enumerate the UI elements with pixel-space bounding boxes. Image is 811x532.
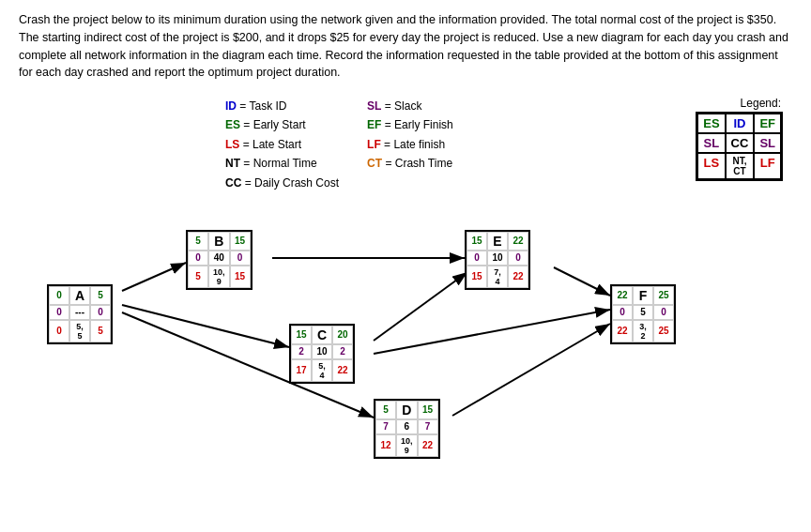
node-F: 22 F 25 0 5 0 22 3,2 25 <box>610 284 676 344</box>
svg-line-5 <box>374 272 467 341</box>
node-C: 15 C 20 2 10 2 17 5,4 22 <box>289 324 355 384</box>
svg-line-8 <box>554 267 610 296</box>
node-A: 0 A 5 0 --- 0 0 5,5 5 <box>47 284 113 344</box>
svg-line-7 <box>452 324 610 416</box>
svg-line-6 <box>374 310 610 354</box>
node-D: 5 D 15 7 6 7 12 10,9 22 <box>374 399 440 459</box>
svg-line-1 <box>122 263 186 291</box>
description-text: Crash the project below to its minimum d… <box>19 11 788 82</box>
svg-line-2 <box>122 305 289 347</box>
legend-key: ID = Task ID ES = Early Start LS = Late … <box>225 97 453 192</box>
node-B: 5 B 15 0 40 0 5 10,9 15 <box>186 230 252 290</box>
legend-grid: ES ID EF SL CC SL LS NT,CT LF <box>696 112 783 181</box>
page-container: Crash the project below to its minimum d… <box>0 0 811 513</box>
node-E: 15 E 22 0 10 0 15 7,4 22 <box>465 230 530 290</box>
legend-title: Legend: <box>696 97 781 110</box>
network-diagram: 0 A 5 0 --- 0 0 5,5 5 5 B 15 0 40 0 5 10… <box>19 202 788 502</box>
